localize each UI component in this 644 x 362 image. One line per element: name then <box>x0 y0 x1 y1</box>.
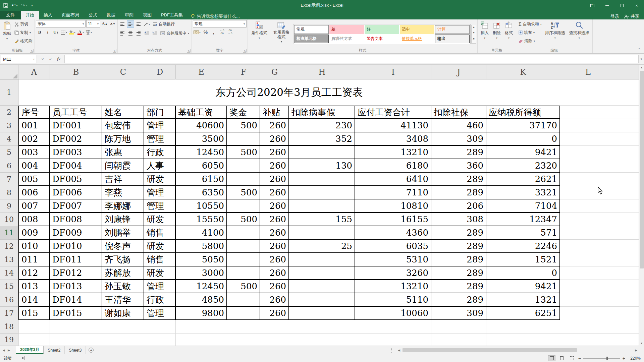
cell[interactable]: DF005 <box>50 173 102 186</box>
cell[interactable]: DF008 <box>50 213 102 226</box>
wrap-text-button[interactable]: 自动换行 <box>151 20 176 28</box>
collapse-ribbon-icon[interactable]: ⌃ <box>638 48 641 51</box>
row-header-11[interactable]: 11 <box>0 226 18 240</box>
cell[interactable] <box>289 186 355 199</box>
cell[interactable]: 6150 <box>176 173 227 186</box>
cell[interactable]: DF006 <box>50 186 102 199</box>
column-header-C[interactable]: C <box>102 65 144 79</box>
tab-split-handle[interactable] <box>391 348 394 353</box>
cell[interactable] <box>289 226 355 240</box>
cell-M6-partial[interactable] <box>616 159 639 173</box>
cell[interactable]: 6035 <box>355 240 431 253</box>
empty-cell[interactable] <box>560 320 616 334</box>
cell[interactable]: 研发 <box>144 240 176 253</box>
empty-cell[interactable] <box>144 320 176 334</box>
font-size-combo[interactable]: 11▾ <box>86 20 100 27</box>
gallery-more-icon[interactable]: ▼▔ <box>473 38 475 43</box>
cell[interactable]: 2621 <box>486 173 560 186</box>
cell[interactable]: 谢如康 <box>102 307 144 320</box>
cell[interactable]: 13210 <box>355 146 431 159</box>
cell[interactable]: 管理 <box>144 280 176 293</box>
cell[interactable]: 008 <box>18 213 50 226</box>
cell[interactable]: 6050 <box>176 159 227 173</box>
cell-M9-partial[interactable] <box>616 199 639 213</box>
cell-M1-partial[interactable] <box>616 79 639 106</box>
cell[interactable]: 6350 <box>176 186 227 199</box>
cell-style-bad[interactable]: 差 <box>329 25 364 34</box>
cell-M7-partial[interactable] <box>616 173 639 186</box>
font-name-combo[interactable]: 宋体▾ <box>36 20 86 27</box>
align-left-button[interactable] <box>119 29 126 37</box>
cell[interactable]: 002 <box>18 132 50 146</box>
cell[interactable]: 管理 <box>144 186 176 199</box>
save-icon[interactable] <box>3 3 8 8</box>
empty-cell[interactable] <box>486 334 560 346</box>
cell[interactable]: 289 <box>431 240 486 253</box>
cell[interactable]: 吉祥 <box>102 173 144 186</box>
column-header-J[interactable]: J <box>431 65 486 79</box>
row-header-2[interactable]: 2 <box>0 106 18 119</box>
cell[interactable]: 3321 <box>486 186 560 199</box>
cell[interactable]: 308 <box>431 213 486 226</box>
cell-M2-partial[interactable] <box>616 106 639 119</box>
center-button[interactable] <box>127 29 134 37</box>
cell-M14-partial[interactable] <box>616 266 639 280</box>
cell-L16[interactable] <box>560 293 616 307</box>
cell[interactable] <box>289 199 355 213</box>
cell[interactable]: 260 <box>260 226 289 240</box>
cell[interactable] <box>289 280 355 293</box>
cell[interactable]: 2246 <box>486 240 560 253</box>
cell[interactable]: 13210 <box>355 280 431 293</box>
share-button[interactable]: 共享 <box>624 13 639 19</box>
cell[interactable]: 12450 <box>176 280 227 293</box>
row-header-3[interactable]: 3 <box>0 119 18 132</box>
cell[interactable]: 3408 <box>355 132 431 146</box>
ribbon-tab-审阅[interactable]: 审阅 <box>120 11 138 19</box>
column-header-partial[interactable] <box>616 65 639 79</box>
cell[interactable]: 齐飞扬 <box>102 253 144 266</box>
cell[interactable]: 6180 <box>355 159 431 173</box>
cell[interactable]: 25 <box>289 240 355 253</box>
cell[interactable]: 销售 <box>144 253 176 266</box>
row-header-1[interactable]: 1 <box>0 79 18 106</box>
cell[interactable]: DF015 <box>50 307 102 320</box>
column-header-L[interactable]: L <box>560 65 616 79</box>
cell[interactable]: 500 <box>227 186 260 199</box>
cell[interactable]: 0 <box>486 132 560 146</box>
column-header-H[interactable]: H <box>289 65 355 79</box>
cell[interactable]: 260 <box>260 266 289 280</box>
cell-L8[interactable] <box>560 186 616 199</box>
cell[interactable] <box>227 293 260 307</box>
cell[interactable] <box>289 307 355 320</box>
sheet-tab-Sheet3[interactable]: Sheet3 <box>65 346 86 354</box>
cell[interactable]: 3260 <box>355 266 431 280</box>
cell-L4[interactable] <box>560 132 616 146</box>
conditional-formatting-button[interactable]: ≠ 条件格式 ▾ <box>249 20 270 48</box>
cell[interactable] <box>227 132 260 146</box>
ribbon-display-options-icon[interactable] <box>585 0 600 11</box>
table-header-部门[interactable]: 部门 <box>144 106 176 119</box>
ribbon-tab-插入[interactable]: 插入 <box>39 11 57 19</box>
cell[interactable] <box>289 253 355 266</box>
cell[interactable]: 7104 <box>486 199 560 213</box>
cell[interactable]: 15550 <box>176 213 227 226</box>
ribbon-tab-公式[interactable]: 公式 <box>84 11 102 19</box>
zoom-in-icon[interactable]: + <box>623 356 625 361</box>
customize-qat-icon[interactable]: ▾ <box>31 4 33 7</box>
cell[interactable]: 460 <box>431 119 486 132</box>
cell[interactable]: 260 <box>260 213 289 226</box>
table-header-应纳税所得额[interactable]: 应纳税所得额 <box>486 106 560 119</box>
cell[interactable] <box>227 240 260 253</box>
cell-style-output[interactable]: 输出 <box>435 35 470 43</box>
cell-L17[interactable] <box>560 307 616 320</box>
table-header-奖金[interactable]: 奖金 <box>227 106 260 119</box>
table-header-员工工号[interactable]: 员工工号 <box>50 106 102 119</box>
empty-cell[interactable] <box>18 334 50 346</box>
cell-style-warn[interactable]: 警告文本 <box>365 35 399 43</box>
cell-M16-partial[interactable] <box>616 293 639 307</box>
cell-L2[interactable] <box>560 106 616 119</box>
cell[interactable] <box>289 266 355 280</box>
row-header-13[interactable]: 13 <box>0 253 18 266</box>
format-cells-button[interactable]: 格式▾ <box>503 20 515 48</box>
cell[interactable]: 289 <box>431 293 486 307</box>
